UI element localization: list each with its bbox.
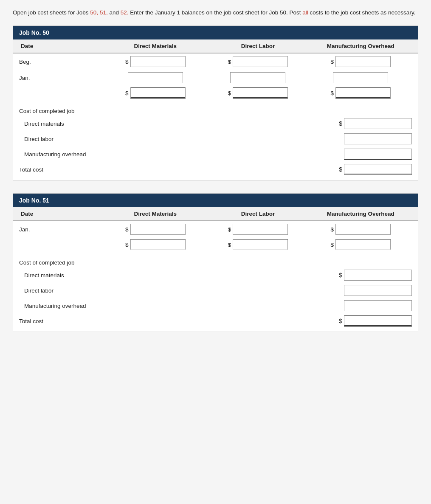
job50-total-dm-input[interactable] xyxy=(130,87,186,99)
cost-dl-input-cell xyxy=(301,133,412,144)
total-oh-cell: $ xyxy=(309,87,412,99)
jan51-dm-dollar: $ xyxy=(125,226,129,233)
job50-jan-oh-input[interactable] xyxy=(333,72,388,83)
cost-completed-label: Cost of completed job xyxy=(13,102,418,116)
job50-total-cost-row: Total cost $ xyxy=(13,162,418,180)
jan51-label: Jan. xyxy=(19,226,104,233)
beg-oh-dollar: $ xyxy=(330,59,334,65)
cost51-completed-label: Cost of completed job xyxy=(13,253,418,267)
job-51-total-row: $ $ $ xyxy=(13,237,418,253)
total51-dl-dollar: $ xyxy=(228,242,231,248)
job51-total-dm-input[interactable] xyxy=(130,239,186,250)
cost51-dm-input-cell: $ xyxy=(301,270,412,281)
col51-direct-labor: Direct Labor xyxy=(207,210,310,218)
job50-cost-dm-input[interactable] xyxy=(344,118,412,129)
cost51-total-dollar: $ xyxy=(339,318,342,324)
job-50-col-headers: Date Direct Materials Direct Labor Manuf… xyxy=(13,39,418,53)
cost51-dl-input-cell xyxy=(301,285,412,296)
jan51-dl-dollar: $ xyxy=(228,226,231,233)
cost51-oh-input-cell xyxy=(301,300,412,311)
job51-total-cost-input[interactable] xyxy=(344,315,412,327)
cost-dl-label: Direct labor xyxy=(19,136,301,142)
total51-dm-cell: $ xyxy=(104,239,207,250)
beg-oh-cell: $ xyxy=(309,56,412,67)
job51-cost-oh-row: Manufacturing overhead xyxy=(13,298,418,313)
total-dm-cell: $ xyxy=(104,87,207,99)
cost51-total-input-cell: $ xyxy=(301,315,412,327)
cost51-dm-label: Direct materials xyxy=(19,272,301,279)
cost-total-dollar: $ xyxy=(339,166,342,173)
job50-cost-oh-input[interactable] xyxy=(344,149,412,160)
col-date: Date xyxy=(19,42,104,50)
instructions: Open job cost sheets for Jobs 50, 51, an… xyxy=(13,8,418,17)
job50-beg-dl-input[interactable] xyxy=(233,56,288,67)
job50-cost-dm-row: Direct materials $ xyxy=(13,116,418,131)
jan-oh-cell xyxy=(309,72,412,83)
total-oh-dollar: $ xyxy=(330,90,334,96)
job50-cost-dl-row: Direct labor xyxy=(13,131,418,146)
job51-cost-oh-input[interactable] xyxy=(344,300,412,311)
total51-oh-dollar: $ xyxy=(330,242,334,248)
total51-cost-label: Total cost xyxy=(19,318,301,324)
col51-direct-materials: Direct Materials xyxy=(104,210,207,218)
jan51-dm-cell: $ xyxy=(104,224,207,235)
job51-cost-dm-input[interactable] xyxy=(344,270,412,281)
cost-oh-input-cell xyxy=(301,149,412,160)
total-dm-dollar: $ xyxy=(125,90,129,96)
job50-jan-dl-input[interactable] xyxy=(230,72,285,83)
job-50-section: Job No. 50 Date Direct Materials Direct … xyxy=(13,25,418,180)
beg-dm-cell: $ xyxy=(104,56,207,67)
jan-label: Jan. xyxy=(19,75,104,81)
job51-jan-oh-input[interactable] xyxy=(335,224,391,235)
cost-dm-label: Direct materials xyxy=(19,121,301,127)
job51-cost-dl-row: Direct labor xyxy=(13,283,418,298)
cost51-dm-dollar: $ xyxy=(339,272,342,279)
job51-total-oh-input[interactable] xyxy=(335,239,391,250)
job-51-col-headers: Date Direct Materials Direct Labor Manuf… xyxy=(13,207,418,221)
job50-total-oh-input[interactable] xyxy=(335,87,391,99)
beg-dl-dollar: $ xyxy=(228,59,231,65)
jan-dm-cell xyxy=(104,72,207,83)
beg-dl-cell: $ xyxy=(207,56,310,67)
job51-cost-dm-row: Direct materials $ xyxy=(13,267,418,283)
job-51-header: Job No. 51 xyxy=(13,194,418,207)
job-51-jan-row: Jan. $ $ $ xyxy=(13,221,418,237)
total51-dl-cell: $ xyxy=(207,239,310,250)
job-50-header: Job No. 50 xyxy=(13,26,418,39)
job50-cost-dl-input[interactable] xyxy=(344,133,412,144)
job-51-section: Job No. 51 Date Direct Materials Direct … xyxy=(13,193,418,332)
cost-oh-label: Manufacturing overhead xyxy=(19,151,301,158)
job51-total-cost-row: Total cost $ xyxy=(13,313,418,332)
cost-dm-input-cell: $ xyxy=(301,118,412,129)
cost51-oh-label: Manufacturing overhead xyxy=(19,303,301,309)
cost51-dl-label: Direct labor xyxy=(19,287,301,294)
beg-label: Beg. xyxy=(19,59,104,65)
jan51-oh-dollar: $ xyxy=(330,226,334,233)
total51-dm-dollar: $ xyxy=(125,242,129,248)
col-mfg-overhead: Manufacturing Overhead xyxy=(309,42,412,50)
job50-beg-oh-input[interactable] xyxy=(335,56,391,67)
job51-cost-dl-input[interactable] xyxy=(344,285,412,296)
job50-cost-oh-row: Manufacturing overhead xyxy=(13,146,418,162)
job50-total-dl-input[interactable] xyxy=(233,87,288,99)
total-dl-cell: $ xyxy=(207,87,310,99)
jan51-dl-cell: $ xyxy=(207,224,310,235)
col-direct-materials: Direct Materials xyxy=(104,42,207,50)
total51-oh-cell: $ xyxy=(309,239,412,250)
jan-dl-cell xyxy=(207,72,310,83)
job-50-total-row: $ $ $ xyxy=(13,86,418,102)
col51-date: Date xyxy=(19,210,104,218)
total-cost-label: Total cost xyxy=(19,166,301,173)
cost-dm-dollar: $ xyxy=(339,120,342,127)
job51-jan-dl-input[interactable] xyxy=(233,224,288,235)
job-50-jan-row: Jan. xyxy=(13,70,418,86)
job51-total-dl-input[interactable] xyxy=(233,239,288,250)
job50-jan-dm-input[interactable] xyxy=(128,72,183,83)
beg-dm-dollar: $ xyxy=(125,59,129,65)
job50-total-cost-input[interactable] xyxy=(344,164,412,175)
job50-beg-dm-input[interactable] xyxy=(130,56,186,67)
job51-jan-dm-input[interactable] xyxy=(130,224,186,235)
cost-total-input-cell: $ xyxy=(301,164,412,175)
job-50-beg-row: Beg. $ $ $ xyxy=(13,53,418,70)
col51-mfg-overhead: Manufacturing Overhead xyxy=(309,210,412,218)
